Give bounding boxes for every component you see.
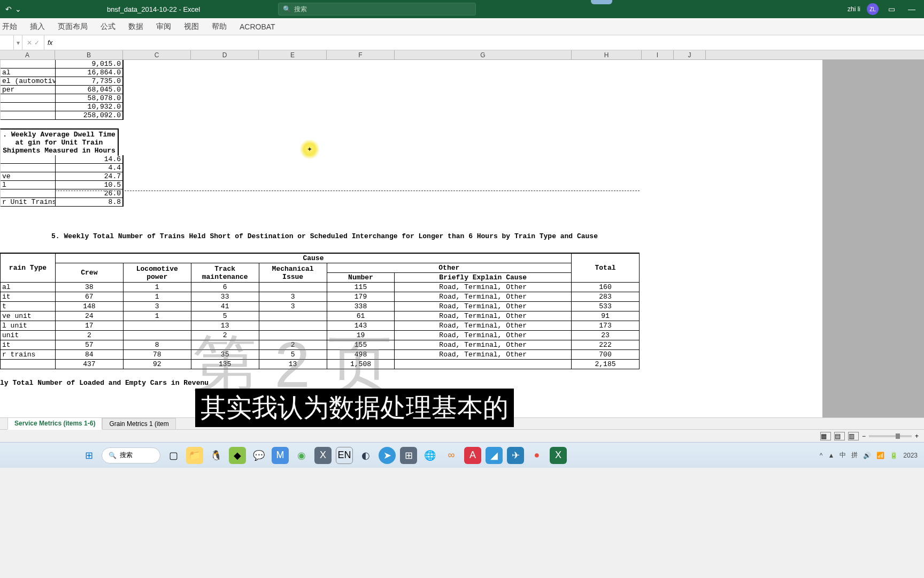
search-box[interactable]: 🔍 搜索 (278, 3, 476, 16)
formula-input[interactable] (56, 35, 924, 50)
windows-taskbar: ⊞ 🔍 搜索 ▢ 📁 🐧 ◆ 💬 M ◉ X EN ◐ ➤ ⊞ 🌐 ∞ A ◢ … (0, 442, 924, 468)
wechat-icon[interactable]: 💬 (250, 447, 267, 464)
tray-icon[interactable]: ▲ (828, 452, 834, 459)
view-page-break-icon[interactable]: ▥ (848, 432, 859, 440)
tab-formulas[interactable]: 公式 (101, 22, 116, 32)
tray-expand-icon[interactable]: ^ (820, 452, 823, 459)
app-icon-9[interactable]: ✈ (507, 447, 524, 464)
search-icon: 🔍 (283, 5, 291, 13)
undo-icon[interactable]: ↶ (5, 5, 12, 13)
clock[interactable]: 2023 (903, 452, 918, 459)
ime-pinyin-icon[interactable]: 拼 (851, 451, 858, 460)
section5-table: rain TypeCauseTotalCrewLocomotive powerT… (0, 253, 640, 369)
app-icon-5[interactable]: ➤ (379, 447, 396, 464)
view-page-layout-icon[interactable]: ▤ (834, 432, 845, 440)
table-row: 4.4 (0, 164, 640, 172)
column-headers: ABCDEFGHIJ (0, 50, 924, 60)
col-header-A[interactable]: A (0, 50, 55, 59)
tab-review[interactable]: 审阅 (156, 22, 171, 32)
table-row: 14.6 (0, 155, 640, 164)
table-row: 258,092.0 (0, 111, 640, 120)
qat-dropdown-icon[interactable]: ⌄ (15, 5, 21, 13)
col-header-J[interactable]: J (674, 50, 706, 59)
task-view-icon[interactable]: ▢ (165, 447, 182, 464)
excel-icon[interactable]: X (550, 447, 567, 464)
eclipse-icon[interactable]: ◐ (357, 447, 374, 464)
ribbon-tabs: 开始 插入 页面布局 公式 数据 审阅 视图 帮助 ACROBAT (0, 18, 924, 35)
battery-icon[interactable]: 🔋 (890, 452, 898, 459)
formula-buttons: ✕ ✓ (22, 35, 44, 50)
acrobat-icon[interactable]: A (464, 447, 481, 464)
table-row: it671333179Road, Terminal, Other283 (1, 292, 640, 302)
tab-page-layout[interactable]: 页面布局 (58, 22, 88, 32)
app-icon-1[interactable]: ◆ (229, 447, 246, 464)
table-row: ve24.7 (0, 172, 640, 181)
taskbar-search-text: 搜索 (120, 451, 133, 460)
network-icon[interactable]: 📶 (876, 452, 884, 459)
table-row: 9,015.0 (0, 60, 640, 69)
col-header-C[interactable]: C (123, 50, 191, 59)
zoom-slider[interactable] (869, 435, 912, 437)
section4-header: . Weekly Average Dwell Time at gin for U… (0, 128, 119, 156)
tab-home[interactable]: 开始 (2, 22, 17, 32)
cursor-highlight: ✦ (299, 139, 320, 159)
app-icon-7[interactable]: ∞ (443, 447, 460, 464)
zoom-out-icon[interactable]: − (862, 432, 866, 440)
status-bar: ▦ ▤ ▥ − + (0, 429, 924, 442)
volume-icon[interactable]: 🔊 (863, 452, 871, 459)
tab-acrobat[interactable]: ACROBAT (240, 22, 275, 31)
section5-title: 5. Weekly Total Number of Trains Held Sh… (51, 232, 598, 240)
explorer-icon[interactable]: 📁 (186, 447, 203, 464)
chrome-icon[interactable]: 🌐 (421, 447, 438, 464)
table-row: al16,864.0 (0, 69, 640, 77)
table-row: per68,045.0 (0, 86, 640, 94)
collab-indicator (591, 0, 612, 4)
tab-data[interactable]: 数据 (128, 22, 143, 32)
tab-view[interactable]: 视图 (184, 22, 199, 32)
view-normal-icon[interactable]: ▦ (820, 432, 831, 440)
ime-cn-icon[interactable]: 中 (840, 451, 846, 460)
fx-label[interactable]: fx (44, 39, 56, 47)
sheet-content: 9,015.0al16,864.0el (automotive)7,735.0p… (0, 60, 640, 417)
sheet-tab-other[interactable]: Grain Metrics 1 (item (102, 418, 175, 429)
sheet-tab-active[interactable]: Service Metrics (items 1-6) (7, 417, 102, 430)
col-header-F[interactable]: F (327, 50, 395, 59)
system-tray: ^ ▲ 中 拼 🔊 📶 🔋 2023 (820, 451, 918, 460)
table-row: it5782155Road, Terminal, Other222 (1, 340, 640, 350)
title-bar: ↶ ⌄ bnsf_data_2014-10-22 - Excel 🔍 搜索 zh… (0, 0, 924, 18)
avatar[interactable]: ZL (867, 3, 879, 15)
confirm-icon[interactable]: ✓ (34, 39, 40, 47)
app-icon-6[interactable]: ⊞ (400, 447, 417, 464)
col-header-I[interactable]: I (642, 50, 674, 59)
taskbar-search[interactable]: 🔍 搜索 (102, 447, 160, 463)
col-header-D[interactable]: D (191, 50, 259, 59)
qq-icon[interactable]: 🐧 (207, 447, 225, 464)
user-name[interactable]: zhi li (848, 5, 860, 13)
cancel-icon[interactable]: ✕ (27, 39, 32, 47)
tab-help[interactable]: 帮助 (212, 22, 227, 32)
record-icon[interactable]: ● (528, 447, 545, 464)
grid-area[interactable]: 9,015.0al16,864.0el (automotive)7,735.0p… (0, 60, 924, 417)
app-icon-en[interactable]: EN (336, 447, 353, 464)
col-header-H[interactable]: H (572, 50, 642, 59)
name-box[interactable] (0, 35, 14, 50)
document-title: bnsf_data_2014-10-22 - Excel (107, 5, 200, 13)
col-header-B[interactable]: B (55, 50, 123, 59)
search-icon: 🔍 (109, 452, 117, 459)
taskbar-center: ⊞ 🔍 搜索 ▢ 📁 🐧 ◆ 💬 M ◉ X EN ◐ ➤ ⊞ 🌐 ∞ A ◢ … (80, 447, 567, 464)
app-icon-8[interactable]: ◢ (486, 447, 503, 464)
tab-insert[interactable]: 插入 (30, 22, 45, 32)
zoom-in-icon[interactable]: + (915, 432, 919, 440)
video-caption: 其实我认为数据处理基本的 (195, 389, 514, 427)
col-header-G[interactable]: G (395, 50, 572, 59)
app-icon-2[interactable]: M (272, 447, 289, 464)
table-row: t1483413338Road, Terminal, Other533 (1, 302, 640, 311)
app-icon-3[interactable]: ◉ (293, 447, 310, 464)
name-box-dropdown-icon[interactable]: ▾ (14, 35, 22, 50)
app-icon-4[interactable]: X (314, 447, 332, 464)
ribbon-mode-icon[interactable]: ▭ (885, 5, 898, 13)
start-icon[interactable]: ⊞ (80, 447, 97, 464)
table-row: 10,932.0 (0, 103, 640, 111)
col-header-E[interactable]: E (259, 50, 327, 59)
minimize-icon[interactable]: — (905, 5, 919, 13)
